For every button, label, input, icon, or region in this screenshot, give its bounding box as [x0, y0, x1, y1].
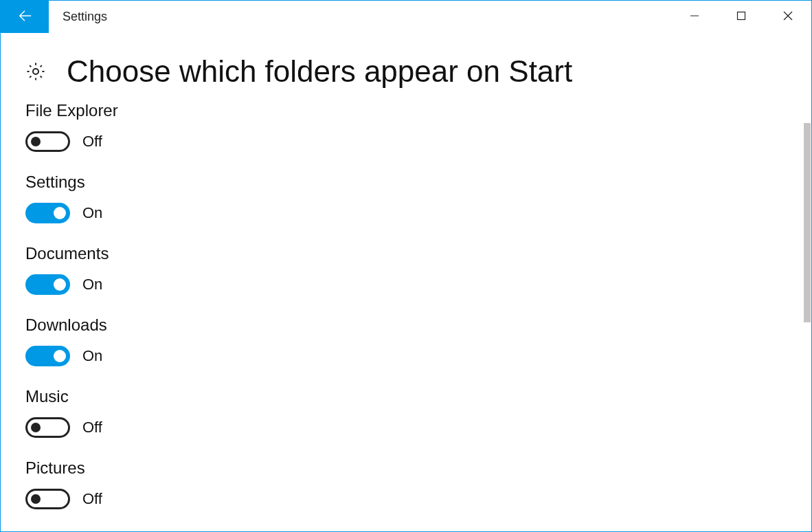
setting-label: Settings [25, 173, 787, 192]
setting-documents: Documents On [25, 244, 787, 295]
gear-icon [25, 61, 46, 82]
toggle-state-label: Off [82, 133, 102, 151]
content-area: Choose which folders appear on Start Fil… [1, 34, 811, 531]
svg-rect-1 [738, 12, 745, 19]
toggle-row: On [25, 203, 787, 223]
svg-point-4 [33, 69, 38, 74]
toggle-state-label: On [82, 204, 102, 222]
arrow-left-icon [17, 8, 32, 26]
toggle-row: Off [25, 131, 787, 152]
toggle-row: Off [25, 417, 787, 438]
toggle-documents[interactable] [25, 274, 70, 295]
close-button[interactable] [765, 1, 811, 33]
setting-label: Pictures [25, 458, 787, 478]
toggle-state-label: Off [82, 490, 102, 508]
toggle-file-explorer[interactable] [25, 131, 70, 152]
toggle-pictures[interactable] [25, 489, 70, 509]
maximize-button[interactable] [718, 1, 765, 33]
minimize-button[interactable] [671, 1, 718, 33]
setting-settings: Settings On [25, 173, 787, 223]
back-button[interactable] [1, 1, 49, 33]
close-icon [783, 11, 793, 23]
toggle-music[interactable] [25, 417, 70, 438]
maximize-icon [736, 11, 746, 23]
toggle-row: Off [25, 489, 787, 509]
setting-label: Music [25, 387, 787, 406]
toggle-row: On [25, 274, 787, 295]
setting-file-explorer: File Explorer Off [25, 101, 787, 152]
page-title: Choose which folders appear on Start [67, 54, 572, 89]
toggle-downloads[interactable] [25, 346, 70, 366]
scrollbar-thumb[interactable] [804, 123, 811, 322]
setting-music: Music Off [25, 387, 787, 438]
page-header: Choose which folders appear on Start [25, 54, 787, 89]
setting-label: File Explorer [25, 101, 787, 120]
setting-pictures: Pictures Off [25, 458, 787, 509]
toggle-state-label: Off [82, 419, 102, 436]
toggle-settings[interactable] [25, 203, 70, 223]
titlebar: Settings [1, 1, 811, 33]
settings-window: Settings [0, 0, 812, 532]
toggle-state-label: On [82, 347, 102, 365]
window-controls [671, 1, 811, 33]
setting-label: Documents [25, 244, 787, 263]
toggle-state-label: On [82, 276, 102, 293]
minimize-icon [690, 11, 699, 23]
window-title: Settings [49, 1, 671, 33]
toggle-row: On [25, 346, 787, 366]
setting-downloads: Downloads On [25, 315, 787, 366]
setting-label: Downloads [25, 315, 787, 335]
